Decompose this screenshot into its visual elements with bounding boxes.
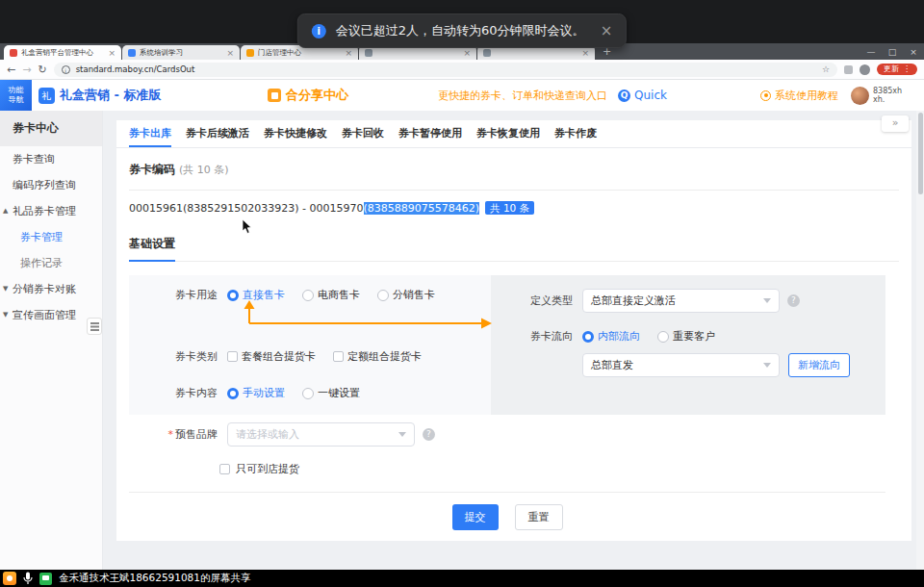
checkbox-icon bbox=[333, 351, 344, 362]
radio-manual-setup[interactable]: 手动设置 bbox=[227, 386, 285, 400]
flow-select[interactable]: 总部直发 bbox=[582, 353, 780, 377]
bookmark-star-icon[interactable]: ☆ bbox=[822, 64, 830, 74]
annotation-arrow bbox=[240, 300, 494, 331]
browser-update-button[interactable]: 更新 ⋮ bbox=[877, 64, 917, 75]
checkbox-package-combo-card[interactable]: 套餐组合提货卡 bbox=[227, 349, 316, 364]
browser-profile-avatar[interactable] bbox=[860, 64, 870, 75]
tab-title: 系统培训学习 bbox=[140, 48, 222, 58]
tab-card-pause[interactable]: 券卡暂停使用 bbox=[398, 120, 462, 147]
reload-button[interactable]: ↻ bbox=[38, 64, 46, 75]
app-body: 券卡中心 券卡查询 编码序列查询 ▲ 礼品券卡管理 券卡管理 操作记录 ▼ 分销… bbox=[0, 111, 924, 570]
browser-address-bar: ← → ↻ i standard.maboy.cn/CardsOut ☆ 更新 … bbox=[0, 60, 924, 80]
tab-favicon-icon bbox=[128, 49, 136, 57]
tab-close-icon[interactable]: × bbox=[581, 48, 589, 58]
tab-card-outbound[interactable]: 券卡出库 bbox=[129, 120, 171, 147]
user-avatar[interactable] bbox=[851, 87, 869, 105]
sidebar-group-distribution-reconciliation[interactable]: ▼ 分销券卡对账 bbox=[0, 276, 102, 302]
radio-icon bbox=[302, 290, 314, 301]
code-selection: (8385889075578462) bbox=[364, 202, 480, 215]
tab-close-icon[interactable]: × bbox=[108, 48, 116, 58]
close-window-button[interactable]: × bbox=[903, 47, 924, 57]
back-button[interactable]: ← bbox=[7, 64, 15, 75]
help-icon[interactable]: ? bbox=[787, 294, 800, 307]
define-type-select[interactable]: 总部直接定义激活 bbox=[582, 289, 780, 313]
tab-card-recycle[interactable]: 券卡回收 bbox=[342, 120, 384, 147]
forward-button[interactable]: → bbox=[22, 64, 31, 75]
window-controls: — □ × bbox=[860, 43, 924, 60]
scrollbar[interactable] bbox=[916, 111, 924, 570]
scrollbar-thumb[interactable] bbox=[918, 113, 923, 194]
submit-button[interactable]: 提交 bbox=[452, 504, 499, 530]
usage-label: 券卡用途 bbox=[129, 288, 218, 302]
maximize-button[interactable]: □ bbox=[882, 47, 903, 57]
basic-settings-form: 券卡用途 直接售卡 电商售卡 bbox=[129, 275, 886, 530]
url-text: standard.maboy.cn/CardsOut bbox=[76, 64, 195, 74]
store-pickup-row: 只可到店提货 bbox=[219, 462, 886, 476]
radio-one-click-setup[interactable]: 一键设置 bbox=[302, 386, 360, 400]
minimize-button[interactable]: — bbox=[860, 47, 882, 57]
chevron-down-icon: ▼ bbox=[3, 276, 8, 302]
tab-card-resume[interactable]: 券卡恢复使用 bbox=[476, 120, 540, 147]
info-icon: i bbox=[312, 24, 326, 38]
tutorial-link[interactable]: 系统使用教程 bbox=[760, 80, 838, 111]
url-input[interactable]: i standard.maboy.cn/CardsOut ☆ bbox=[54, 63, 837, 77]
radio-internal-flow[interactable]: 内部流向 bbox=[582, 329, 640, 344]
option-label: 内部流向 bbox=[598, 329, 640, 344]
select-value: 总部直接定义激活 bbox=[591, 294, 676, 308]
tab-close-icon[interactable]: × bbox=[345, 48, 352, 58]
reset-button[interactable]: 重置 bbox=[515, 504, 563, 530]
share-center-icon bbox=[268, 89, 281, 102]
tab-title: 礼盒营销平台管理中心 bbox=[21, 48, 104, 58]
define-type-label: 定义类型 bbox=[491, 294, 573, 308]
screen: i 会议已超过2人，自动转为60分钟限时会议。 × 礼盒营销平台管理中心 × 系… bbox=[0, 0, 924, 587]
collapse-panel-button[interactable]: » bbox=[882, 115, 909, 132]
checkbox-store-pickup-only[interactable] bbox=[219, 464, 230, 474]
presale-brand-row: *预售品牌 请选择或输入 ? bbox=[129, 422, 886, 447]
tab-card-void[interactable]: 券卡作废 bbox=[554, 120, 597, 147]
promo-text: 更快捷的券卡、订单和快递查询入口 bbox=[438, 80, 607, 111]
sidebar-group-label: 分销券卡对账 bbox=[13, 283, 76, 295]
update-label: 更新 bbox=[884, 65, 899, 73]
tab-close-icon[interactable]: × bbox=[463, 48, 471, 58]
main-tab-bar: 券卡出库 券卡后续激活 券卡快捷修改 券卡回收 券卡暂停使用 券卡恢复使用 券卡… bbox=[116, 120, 911, 148]
radio-icon bbox=[227, 388, 239, 399]
nav-toggle-button[interactable]: 功能 导航 bbox=[0, 80, 32, 111]
mic-icon[interactable] bbox=[23, 572, 33, 585]
extensions-icon[interactable] bbox=[844, 65, 853, 74]
sidebar-group-gift-card-management[interactable]: ▲ 礼品券卡管理 bbox=[0, 198, 102, 224]
tab-close-icon[interactable]: × bbox=[226, 48, 234, 58]
radio-important-customer[interactable]: 重要客户 bbox=[657, 329, 715, 344]
app-logo-icon: 礼 bbox=[38, 88, 55, 104]
help-icon[interactable]: ? bbox=[423, 428, 435, 441]
quick-link[interactable]: Q Quick bbox=[618, 80, 667, 111]
option-label: 一键设置 bbox=[318, 386, 360, 400]
tab-card-quick-edit[interactable]: 券卡快捷修改 bbox=[264, 120, 327, 147]
browser-tab[interactable]: 系统培训学习 × bbox=[122, 45, 240, 60]
presale-brand-select[interactable]: 请选择或输入 bbox=[227, 422, 415, 447]
screen-share-bar: 金禾通技术王斌18662591081的屏幕共享 bbox=[0, 570, 924, 587]
user-menu[interactable]: 8385xh xh. bbox=[851, 80, 902, 111]
menu-dots-icon[interactable]: ⋮ bbox=[903, 65, 911, 73]
tutorial-label: 系统使用教程 bbox=[775, 89, 838, 103]
hamburger-icon bbox=[90, 322, 99, 324]
share-center-link[interactable]: 合分享中心 bbox=[268, 80, 348, 111]
sidebar-item-code-sequence-query[interactable]: 编码序列查询 bbox=[0, 172, 102, 198]
site-info-icon[interactable]: i bbox=[62, 65, 70, 74]
checkbox-fixed-amount-combo-card[interactable]: 定额组合提货卡 bbox=[333, 349, 422, 364]
app-header: 功能 导航 礼 礼盒营销 - 标准版 合分享中心 更快捷的券卡、订单和快递查询入… bbox=[0, 80, 924, 112]
sidebar-collapse-handle[interactable] bbox=[87, 318, 102, 335]
tab-card-activation[interactable]: 券卡后续激活 bbox=[186, 120, 249, 147]
sidebar: 券卡中心 券卡查询 编码序列查询 ▲ 礼品券卡管理 券卡管理 操作记录 ▼ 分销… bbox=[0, 111, 103, 570]
meeting-app-icon[interactable] bbox=[3, 572, 16, 585]
toast-close-icon[interactable]: × bbox=[601, 22, 613, 39]
sidebar-item-card-management[interactable]: 券卡管理 bbox=[0, 224, 102, 250]
sidebar-item-card-query[interactable]: 券卡查询 bbox=[0, 146, 102, 172]
user-name: 8385xh xh. bbox=[873, 87, 902, 105]
add-flow-button[interactable]: 新增流向 bbox=[788, 353, 850, 377]
meeting-toast: i 会议已超过2人，自动转为60分钟限时会议。 × bbox=[297, 13, 627, 48]
radio-icon bbox=[582, 331, 594, 343]
browser-tab[interactable]: 礼盒营销平台管理中心 × bbox=[4, 45, 121, 60]
screen-share-text: 金禾通技术王斌18662591081的屏幕共享 bbox=[59, 572, 251, 585]
tab-favicon-icon bbox=[483, 49, 491, 57]
sidebar-item-operation-log[interactable]: 操作记录 bbox=[0, 250, 102, 276]
